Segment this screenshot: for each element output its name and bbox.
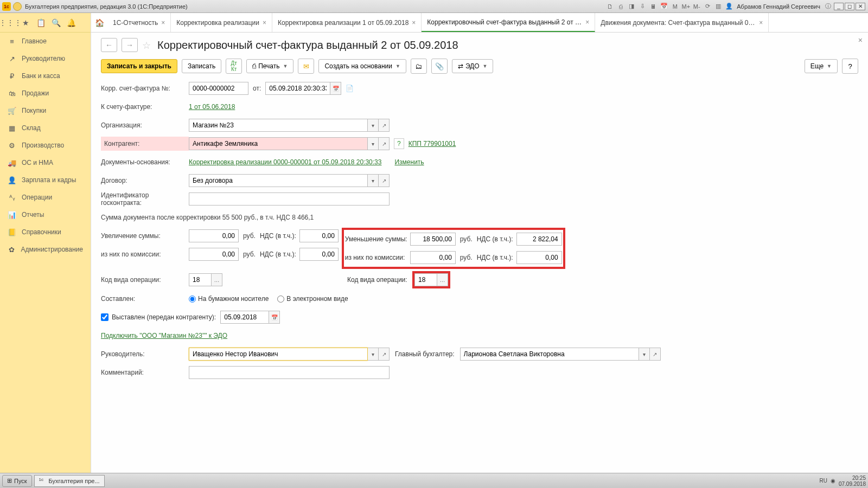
tab-movements[interactable]: Движения документа: Счет-фактура выданны…: [595, 13, 769, 32]
open-icon[interactable]: ↗: [379, 348, 390, 361]
post-icon[interactable]: 📄: [346, 85, 354, 92]
decrease-nds-input[interactable]: [516, 233, 562, 246]
increase-nds-input[interactable]: [299, 229, 339, 242]
comment-input[interactable]: [189, 366, 390, 379]
contragent-help-button[interactable]: ?: [394, 138, 404, 149]
sidebar-item-refs[interactable]: 📒Справочники: [0, 223, 91, 241]
tab-close-icon[interactable]: ×: [412, 19, 416, 27]
save-button[interactable]: Записать: [182, 59, 221, 73]
to-invoice-link[interactable]: 1 от 05.06.2018: [189, 103, 235, 111]
calendar-icon[interactable]: 📅: [330, 82, 341, 95]
open-icon[interactable]: ↗: [379, 137, 390, 150]
goscontract-input[interactable]: [189, 192, 390, 206]
accountant-input[interactable]: [460, 348, 639, 361]
sidebar-item-sales[interactable]: 🛍Продажи: [0, 85, 91, 102]
titlebar-download-icon[interactable]: ⇩: [637, 2, 647, 11]
dropdown-icon[interactable]: ▾: [368, 119, 379, 132]
dec-commission-nds-input[interactable]: [516, 251, 562, 264]
favorite-icon[interactable]: ☆: [142, 40, 153, 50]
apps-icon[interactable]: ⋮⋮⋮: [5, 18, 15, 28]
org-input[interactable]: [189, 119, 368, 132]
sidebar-item-manager[interactable]: ↗Руководителю: [0, 50, 91, 67]
titlebar-refresh-icon[interactable]: ⟳: [703, 2, 712, 11]
save-close-button[interactable]: Записать и закрыть: [101, 59, 177, 73]
titlebar-m-icon[interactable]: M: [670, 2, 680, 11]
tab-close-icon[interactable]: ×: [161, 19, 165, 27]
op-code-1-input[interactable]: [189, 273, 212, 286]
user-name[interactable]: Абрамов Геннадий Сергеевич: [737, 3, 820, 10]
nav-forward-button[interactable]: →: [122, 38, 138, 52]
contract-input[interactable]: [189, 174, 368, 187]
inc-commission-input[interactable]: [189, 248, 239, 261]
clipboard-icon[interactable]: 📋: [36, 18, 46, 28]
open-icon[interactable]: ↗: [379, 174, 390, 187]
tab-correction[interactable]: Корректировка реализации×: [171, 13, 272, 32]
titlebar-print-icon[interactable]: ⎙: [616, 2, 626, 11]
titlebar-mplus-icon[interactable]: M+: [681, 2, 691, 11]
calendar-icon[interactable]: 📅: [269, 311, 280, 324]
dec-commission-input[interactable]: [410, 251, 456, 264]
date-input[interactable]: [265, 82, 330, 95]
more-button[interactable]: Еще▼: [805, 59, 838, 73]
edo-connect-link[interactable]: Подключить "ООО "Магазин №23"" к ЭДО: [101, 332, 227, 339]
help-button[interactable]: ?: [842, 59, 858, 74]
sidebar-item-salary[interactable]: 👤Зарплата и кадры: [0, 171, 91, 189]
sidebar-item-production[interactable]: ⚙Производство: [0, 137, 91, 154]
close-button[interactable]: ✕: [856, 3, 865, 10]
sidebar-item-purchases[interactable]: 🛒Покупки: [0, 102, 91, 119]
tab-1c-report[interactable]: 1С-Отчетность×: [107, 13, 171, 32]
electronic-radio[interactable]: [277, 296, 284, 303]
sidebar-item-warehouse[interactable]: ▦Склад: [0, 119, 91, 137]
page-close-icon[interactable]: ×: [858, 36, 863, 44]
relations-button[interactable]: 🗂: [411, 59, 427, 74]
maximize-button[interactable]: ◻: [845, 3, 854, 10]
tab-correction-1[interactable]: Корректировка реализации 1 от 05.09.2018…: [272, 13, 422, 32]
attach-button[interactable]: 📎: [431, 59, 448, 74]
kpp-link[interactable]: КПП 779901001: [409, 140, 456, 147]
basis-link[interactable]: Корректировка реализации 0000-000001 от …: [189, 158, 381, 166]
sidebar-item-operations[interactable]: ᴬᵧОперации: [0, 189, 91, 206]
tab-close-icon[interactable]: ×: [759, 19, 763, 27]
op-code-2-input[interactable]: [414, 273, 437, 286]
basis-change-link[interactable]: Изменить: [394, 158, 424, 166]
head-input[interactable]: [189, 348, 368, 361]
dropdown-icon[interactable]: ▾: [639, 348, 650, 361]
star-icon[interactable]: ★: [21, 18, 30, 28]
titlebar-calendar-icon[interactable]: 📅: [659, 2, 669, 11]
tab-correction-invoice[interactable]: Корректировочный счет-фактура выданный 2…: [422, 13, 595, 32]
sidebar-item-reports[interactable]: 📊Отчеты: [0, 206, 91, 223]
inc-commission-nds-input[interactable]: [299, 248, 339, 261]
minimize-button[interactable]: _: [834, 3, 844, 10]
search-icon[interactable]: 🔍: [51, 18, 61, 28]
titlebar-mminus-icon[interactable]: M-: [692, 2, 701, 11]
titlebar-panel-icon[interactable]: ▥: [713, 2, 723, 11]
select-icon[interactable]: …: [437, 273, 448, 286]
dropdown-icon[interactable]: ▾: [368, 174, 379, 187]
tab-close-icon[interactable]: ×: [263, 19, 266, 27]
paper-radio[interactable]: [189, 296, 196, 303]
home-icon[interactable]: 🏠: [91, 13, 107, 32]
sidebar-item-main[interactable]: ≡Главное: [0, 33, 91, 50]
number-input[interactable]: [189, 82, 248, 95]
decrease-input[interactable]: [410, 233, 456, 246]
dropdown-icon[interactable]: ▾: [368, 137, 379, 150]
dropdown-icon[interactable]: ▾: [368, 348, 379, 361]
print-button[interactable]: ⎙Печать▼: [246, 59, 293, 73]
edo-button[interactable]: ⇄ЭДО▼: [452, 59, 494, 73]
nav-back-button[interactable]: ←: [101, 38, 117, 52]
open-icon[interactable]: ↗: [379, 119, 390, 132]
contragent-input[interactable]: [189, 137, 368, 150]
sidebar-item-assets[interactable]: 🚚ОС и НМА: [0, 154, 91, 171]
bell-icon[interactable]: 🔔: [66, 18, 76, 28]
titlebar-file-icon[interactable]: 🗋: [605, 2, 615, 11]
issued-checkbox[interactable]: [101, 313, 108, 321]
titlebar-compare-icon[interactable]: ◨: [627, 2, 636, 11]
tab-close-icon[interactable]: ×: [585, 18, 589, 26]
sidebar-item-admin[interactable]: ✿Администрирование: [0, 241, 91, 258]
issued-date-input[interactable]: [220, 311, 269, 324]
mail-button[interactable]: ✉: [298, 59, 314, 74]
info-icon[interactable]: ⓘ: [823, 2, 833, 11]
select-icon[interactable]: …: [212, 273, 222, 286]
dt-kt-button[interactable]: ДтКт: [226, 59, 242, 74]
create-based-button[interactable]: Создать на основании▼: [318, 59, 406, 73]
